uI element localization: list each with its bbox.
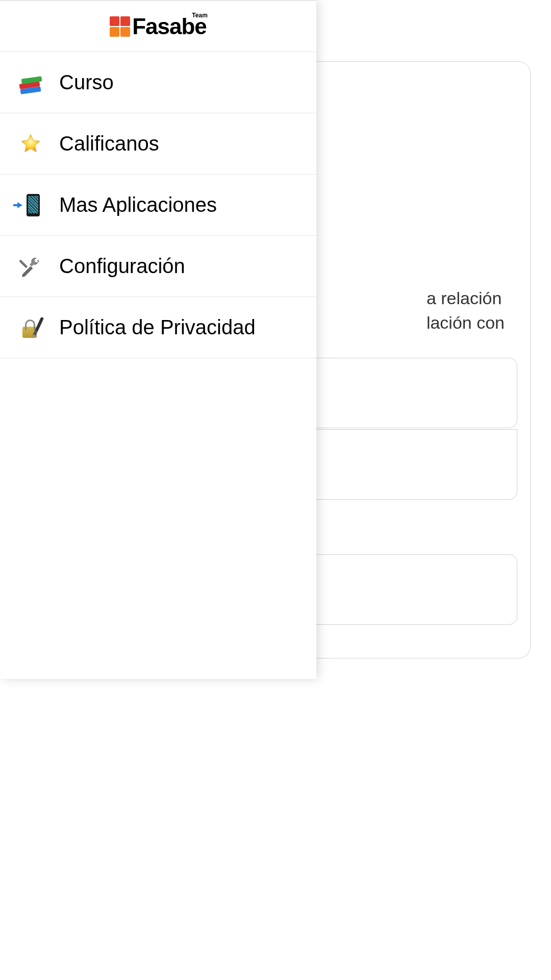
menu-item-configuracion[interactable]: Configuración	[0, 236, 316, 297]
phone-apps-icon	[18, 193, 43, 217]
svg-rect-0	[19, 259, 28, 267]
navigation-drawer: Fasabe Team Curso	[0, 0, 316, 679]
menu-item-politica-privacidad[interactable]: Política de Privacidad	[0, 297, 316, 358]
star-icon	[18, 132, 43, 156]
brand-logo: Fasabe Team	[110, 14, 207, 39]
logo-icon	[110, 16, 130, 37]
brand-tag: Team	[192, 12, 207, 19]
question-text: a relación lación con	[427, 286, 505, 335]
menu-item-curso[interactable]: Curso	[0, 52, 316, 113]
menu-item-mas-aplicaciones[interactable]: Mas Aplicaciones	[0, 175, 316, 236]
tools-icon	[18, 254, 43, 279]
menu-label: Curso	[59, 71, 114, 94]
menu-label: Mas Aplicaciones	[59, 193, 217, 216]
menu-label: Configuración	[59, 255, 185, 278]
menu-label: Política de Privacidad	[59, 316, 256, 339]
menu-item-calificanos[interactable]: Calificanos	[0, 113, 316, 175]
privacy-icon	[18, 315, 43, 340]
drawer-header: Fasabe Team	[0, 1, 316, 52]
menu-label: Calificanos	[59, 132, 159, 155]
books-icon	[18, 70, 43, 95]
